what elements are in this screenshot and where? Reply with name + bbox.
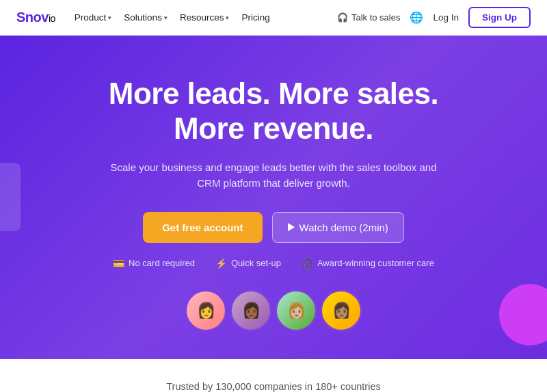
get-free-account-button[interactable]: Get free account	[143, 212, 262, 243]
login-link[interactable]: Log In	[433, 12, 459, 23]
hero-features: 💳 No card required ⚡ Quick set-up 🎧 Awar…	[14, 258, 533, 269]
watch-demo-label: Watch demo (2min)	[299, 222, 388, 233]
avatar-4: 👩🏽	[320, 289, 362, 332]
nav-links: Product ▾ Solutions ▾ Resources ▾ Pricin…	[75, 12, 337, 23]
avatar-1: 👩	[185, 289, 227, 332]
nav-product-label: Product	[75, 12, 107, 23]
nav-solutions[interactable]: Solutions ▾	[124, 12, 168, 23]
login-label: Log In	[433, 12, 459, 23]
hero-headline-line2: More revenue.	[174, 112, 373, 145]
nav-pricing[interactable]: Pricing	[241, 12, 269, 23]
feature-customer-care: 🎧 Award-winning customer care	[302, 258, 434, 269]
nav-right: 🎧 Talk to sales 🌐 Log In Sign Up	[337, 7, 531, 28]
user-avatars: 👩 👩🏾 👩🏼 👩🏽	[14, 289, 533, 332]
avatar-2: 👩🏾	[230, 289, 272, 332]
talk-to-sales-label: Talk to sales	[351, 12, 401, 23]
nav-resources-label: Resources	[180, 12, 224, 23]
chevron-down-icon: ▾	[226, 14, 229, 21]
hero-subtext: Scale your business and engage leads bet…	[109, 159, 438, 192]
lightning-icon: ⚡	[215, 258, 227, 269]
hero-headline: More leads. More sales. More revenue.	[14, 77, 533, 146]
brand-logo[interactable]: Snovio	[16, 10, 55, 25]
nav-resources[interactable]: Resources ▾	[180, 12, 230, 23]
chevron-down-icon: ▾	[108, 14, 111, 21]
watch-demo-button[interactable]: Watch demo (2min)	[272, 212, 404, 243]
play-icon	[288, 223, 295, 231]
headphone-icon: 🎧	[337, 12, 348, 23]
trust-section: Trusted by 130,000 companies in 180+ cou…	[0, 359, 547, 392]
signup-button[interactable]: Sign Up	[468, 7, 531, 28]
feature-quick-setup: ⚡ Quick set-up	[215, 258, 281, 269]
nav-product[interactable]: Product ▾	[75, 12, 112, 23]
award-icon: 🎧	[302, 258, 313, 269]
brand-suffix: io	[49, 13, 55, 24]
globe-icon[interactable]: 🌐	[410, 11, 423, 24]
feature-customer-care-label: Award-winning customer care	[317, 258, 434, 268]
nav-solutions-label: Solutions	[124, 12, 162, 23]
navbar: Snovio Product ▾ Solutions ▾ Resources ▾…	[0, 0, 547, 36]
feature-no-card: 💳 No card required	[113, 258, 195, 269]
feature-quick-setup-label: Quick set-up	[231, 258, 281, 268]
hero-section: More leads. More sales. More revenue. Sc…	[0, 36, 547, 359]
hero-headline-line1: More leads. More sales.	[109, 77, 439, 110]
chevron-down-icon: ▾	[164, 14, 168, 21]
avatar-3: 👩🏼	[275, 289, 317, 332]
feature-no-card-label: No card required	[129, 258, 195, 268]
nav-pricing-label: Pricing	[241, 12, 269, 23]
hero-cta-group: Get free account Watch demo (2min)	[14, 212, 533, 243]
talk-to-sales-link[interactable]: 🎧 Talk to sales	[337, 12, 401, 23]
trust-title: Trusted by 130,000 companies in 180+ cou…	[16, 381, 531, 392]
card-icon: 💳	[113, 258, 124, 269]
